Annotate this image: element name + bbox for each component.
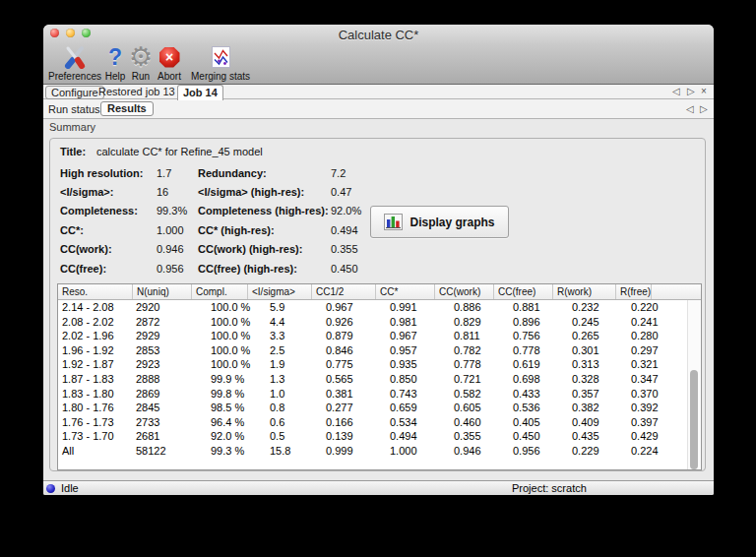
stat-label: CC(work):	[60, 243, 112, 255]
subtab-scroll-right-icon[interactable]: ▷	[700, 103, 708, 114]
table-header-cell[interactable]: N(uniq)	[133, 284, 192, 299]
tab-restored-job-13[interactable]: Restored job 13	[98, 86, 175, 97]
table-header-cell[interactable]: CC1/2	[312, 284, 376, 299]
stat-label: High resolution:	[60, 167, 143, 179]
cell-rwork: 0.382	[568, 401, 627, 415]
scrollbar-thumb[interactable]	[690, 370, 698, 469]
cell-nuniq: 58122	[132, 444, 207, 459]
table-header-cell[interactable]: CC(free)	[494, 284, 553, 299]
stat-label: <I/sigma>:	[60, 186, 113, 198]
cell-ccstar: 0.967	[386, 329, 450, 343]
cell-reso: 1.87 - 1.83	[58, 372, 132, 387]
tab-scroll-right-icon[interactable]: ▷	[687, 86, 695, 96]
cell-rwork: 0.301	[568, 343, 627, 358]
question-icon: ?	[108, 44, 122, 70]
cell-ccfree: 0.698	[509, 372, 568, 387]
cell-isigma: 1.0	[266, 387, 322, 402]
stop-icon: ×	[159, 47, 180, 68]
toolbar-item-preferences[interactable]: Preferences	[45, 43, 104, 82]
table-header-cell[interactable]: CC*	[376, 284, 435, 299]
table-row[interactable]: 1.83 - 1.80 2869 99.8 % 1.0 0.381 0.743 …	[58, 387, 701, 402]
cell-ccfree: 0.956	[509, 444, 568, 459]
tab-run-status[interactable]: Run status	[48, 103, 100, 115]
subtab-scroll-left-icon[interactable]: ◁	[686, 103, 694, 114]
cell-cc12: 0.967	[322, 300, 386, 315]
table-header-cell[interactable]: R(free)	[616, 284, 652, 299]
table-header-cell[interactable]: Compl.	[192, 284, 248, 299]
cell-cc12: 0.846	[322, 343, 386, 358]
table-header-cell[interactable]: Reso.	[58, 284, 133, 299]
toolbar-item-run[interactable]: ⚙ Run	[126, 43, 156, 82]
stat-value: 1.000	[157, 224, 184, 236]
toolbar-item-abort[interactable]: × Abort	[153, 43, 186, 82]
sub-tab-bar: Run status Results ◁ ▷	[43, 99, 714, 119]
cell-rfree: 0.321	[627, 357, 690, 372]
cell-reso: 1.76 - 1.73	[58, 415, 132, 430]
tab-close-icon[interactable]: ×	[701, 86, 707, 96]
cell-ccstar: 0.743	[386, 387, 450, 402]
cell-isigma: 4.4	[266, 315, 322, 330]
tab-configure[interactable]: Configure	[45, 86, 104, 99]
cell-compl: 99.8 %	[207, 387, 266, 402]
cell-rfree: 0.241	[627, 315, 690, 330]
status-sphere-icon	[46, 484, 55, 493]
toolbar-item-merging-stats[interactable]: Merging stats	[185, 43, 256, 82]
cell-compl: 100.0 %	[207, 315, 266, 330]
cell-compl: 100.0 %	[207, 329, 266, 343]
stat-row: High resolution: 1.7 Redundancy: 7.2	[50, 163, 705, 182]
stat-value-highres: 0.450	[331, 263, 358, 275]
table-row[interactable]: 2.02 - 1.96 2929 100.0 % 3.3 0.879 0.967…	[58, 329, 701, 343]
cell-ccstar: 0.534	[386, 415, 450, 430]
tab-scroll-left-icon[interactable]: ◁	[672, 86, 680, 96]
stat-label: Completeness:	[60, 205, 138, 217]
table-row[interactable]: All 58122 99.3 % 15.8 0.999 1.000 0.946 …	[58, 444, 701, 459]
cell-rwork: 0.245	[568, 315, 627, 330]
cell-ccfree: 0.536	[509, 401, 568, 415]
table-row[interactable]: 1.73 - 1.70 2681 92.0 % 0.5 0.139 0.494 …	[58, 429, 701, 444]
cell-cc12: 0.166	[322, 415, 386, 430]
section-header: Summary	[43, 119, 714, 135]
cell-compl: 92.0 %	[207, 429, 266, 444]
table-row[interactable]: 1.92 - 1.87 2923 100.0 % 1.9 0.775 0.935…	[58, 357, 701, 372]
table-row[interactable]: 2.08 - 2.02 2872 100.0 % 4.4 0.926 0.981…	[58, 315, 701, 330]
cell-nuniq: 2872	[132, 315, 207, 330]
cell-nuniq: 2681	[132, 429, 207, 444]
cell-ccstar: 0.494	[386, 429, 450, 444]
tab-results[interactable]: Results	[100, 101, 154, 116]
cell-cc12: 0.277	[322, 401, 386, 415]
table-header-cell[interactable]: R(work)	[553, 284, 616, 299]
cell-rfree: 0.220	[627, 300, 690, 315]
stat-label-highres: Redundancy:	[198, 167, 267, 179]
table-scrollbar[interactable]	[687, 300, 701, 469]
cell-rwork: 0.328	[568, 372, 627, 387]
cell-nuniq: 2869	[132, 387, 207, 402]
cell-ccwork: 0.811	[450, 329, 509, 343]
cell-ccstar: 0.659	[386, 401, 450, 415]
toolbar-label: Preferences	[48, 71, 101, 82]
status-bar: Idle Project: scratch	[43, 480, 714, 495]
results-table: Reso. N(uniq) Compl. <I/sigma> CC1/2 CC*…	[57, 283, 702, 470]
table-row[interactable]: 1.87 - 1.83 2888 99.9 % 1.3 0.565 0.850 …	[58, 372, 701, 387]
stat-label-highres: CC* (high-res):	[198, 224, 275, 236]
cell-nuniq: 2845	[132, 401, 207, 415]
cell-ccwork: 0.782	[450, 343, 509, 358]
cell-ccwork: 0.829	[450, 315, 509, 330]
toolbar-label: Help	[105, 71, 126, 82]
tab-job-14[interactable]: Job 14	[177, 85, 223, 100]
stat-value: 0.946	[157, 243, 184, 255]
cell-ccfree: 0.778	[509, 343, 568, 358]
table-header-cell[interactable]: <I/sigma>	[248, 284, 312, 299]
cell-ccfree: 0.450	[509, 429, 568, 444]
cell-ccwork: 0.778	[450, 357, 509, 372]
table-row[interactable]: 1.96 - 1.92 2853 100.0 % 2.5 0.846 0.957…	[58, 343, 701, 358]
table-row[interactable]: 1.80 - 1.76 2845 98.5 % 0.8 0.277 0.659 …	[58, 401, 701, 415]
table-row[interactable]: 2.14 - 2.08 2920 100.0 % 5.9 0.967 0.991…	[58, 300, 701, 315]
display-graphs-button[interactable]: Display graphs	[370, 206, 509, 238]
cell-ccwork: 0.886	[450, 300, 509, 315]
stat-value: 0.956	[157, 263, 184, 275]
summary-panel: Title: calculate CC* for Refine_45 model…	[49, 138, 706, 471]
cell-compl: 100.0 %	[207, 343, 266, 358]
table-header-cell[interactable]: CC(work)	[435, 284, 494, 299]
table-row[interactable]: 1.76 - 1.73 2733 96.4 % 0.6 0.166 0.534 …	[58, 415, 701, 430]
cell-ccfree: 0.405	[509, 415, 568, 430]
